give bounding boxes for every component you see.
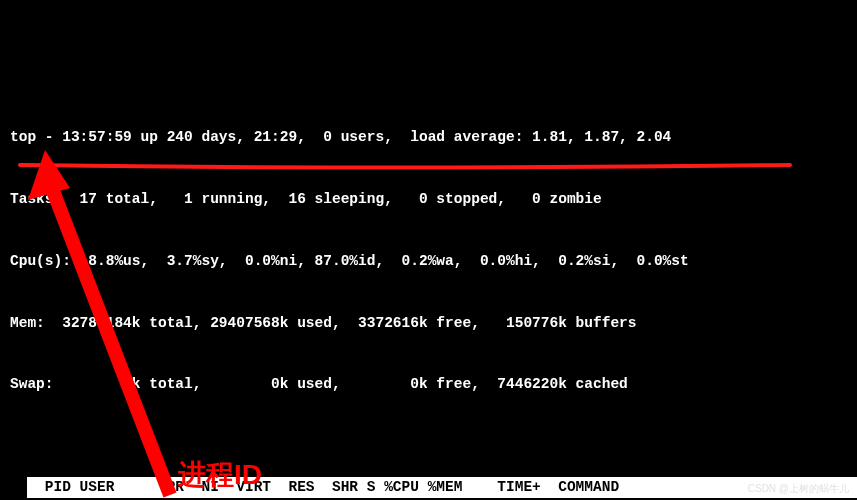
summary-line-uptime: top - 13:57:59 up 240 days, 21:29, 0 use… [10, 127, 847, 148]
summary-line-cpu: Cpu(s): 8.8%us, 3.7%sy, 0.0%ni, 87.0%id,… [10, 251, 847, 272]
watermark: CSDN @上树的蜗牛儿 [748, 482, 849, 496]
top-output: top - 13:57:59 up 240 days, 21:29, 0 use… [0, 82, 857, 500]
summary-line-mem: Mem: 32780184k total, 29407568k used, 33… [10, 313, 847, 334]
summary-line-swap: Swap: 0k total, 0k used, 0k free, 744622… [10, 374, 847, 395]
column-headers: PID USER PR NI VIRT RES SHR S %CPU %MEM … [27, 477, 857, 498]
blank-line [10, 436, 847, 457]
summary-line-tasks: Tasks: 17 total, 1 running, 16 sleeping,… [10, 189, 847, 210]
